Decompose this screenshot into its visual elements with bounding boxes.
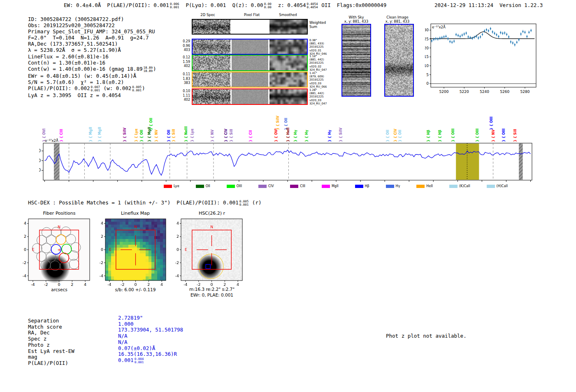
uncertainty-lo: 0.001 [91,89,100,92]
uncertainty-stack: 18.8918.89 [143,66,153,73]
legend-label: OIII [237,184,242,188]
match-row-label: Spec z [28,336,74,342]
hsc-ytick: 4 [177,221,179,225]
legend-swatch [227,185,235,188]
smoothed-image [269,20,307,34]
uncertainty-stack: 0.40540.4054 [307,2,318,9]
spectrum-units-annotation: e⁻¹⁷x2Å [45,138,58,143]
match-value-text: 0.07(±0.02)Å [118,345,155,351]
match-row-value: 0.0010.0040.001 [118,357,183,364]
spectrum-ytick: 30 [39,148,41,153]
fiber-weight-labels: 0.121.59402 [178,56,190,69]
inset-svg: 05101520253052005220524052605280e⁻¹⁷x2Å [425,20,548,98]
uncertainty-lo: 0.001 [239,203,249,206]
text-segment: Primary Spec_Slot_IFU_AMP: 324_075_055_R… [28,28,155,35]
line-label-civ: } { CIV [394,128,397,142]
spectrum-ytick: 10 [39,168,41,172]
fiber-id-line: 20191225 [309,61,334,65]
uncertainty-stack: 0.000.00 [264,2,272,9]
fiber-weight-labels: 0.101.11402 [178,89,190,102]
fiber-weight-value: 1.59 [178,60,190,65]
clean-image-title: Clean Image [377,15,418,19]
spectrum-data-point [502,32,503,34]
lineflux-xtick: -2 [121,282,124,287]
match-row-value: N/A [118,333,183,339]
info-line: Cont(n) = 1.30(±0.01)e-16 [28,60,156,66]
info-line: ID: 3005284722 (3005284722.pdf) [28,16,156,22]
fiber-weight-value: 0.96 [178,44,190,49]
line-label-mgii: } { MgII [98,127,102,142]
fiber-id-labels: 1.16"(881, 442)20191225v020_02324_RU_047 [309,55,334,72]
fiber-weight-labels: 0.111.83383 [178,72,190,86]
lineflux-ytick: 0 [101,247,103,252]
hsc-xtick: 0 [210,282,213,287]
spectrum-data-point [460,36,461,37]
text-segment: OII Flags:0x00000049 [318,2,387,8]
legend-label: CIII [300,184,305,188]
uncertainty-stack: 0.0070.001 [91,86,100,92]
spectrum-data-point [484,30,485,32]
line-label-hγ: } { Hγ [305,130,309,142]
legend-label: Hβ [365,184,369,188]
legend-item: CIII [290,184,305,188]
fiber-id-line: 324_RU_047 [309,68,334,72]
weighted-sum-label: WeightedSum [309,21,326,29]
line-fit-inset-plot: 05101520253052005220524052605280e⁻¹⁷x2Å [425,20,548,98]
line-label-lyα: } { Lyα [190,128,194,142]
match-row-label: Separation [28,318,74,324]
text-segment: z: 0.4054 [272,2,306,8]
fiber-xtick: -4 [31,282,35,287]
legend-item: (K)CaII [449,184,470,188]
hsc-galaxy-blob [197,254,222,280]
spectrum-data-point [522,31,523,32]
spectrum-data-point [437,38,439,39]
masked-band [54,144,60,180]
fiber-north-label: N [58,225,60,229]
match-row-label: Est LyA rest-EW [28,348,74,355]
fiber-id-line: 324_RU_047 [309,102,334,105]
spectrum-data-point [482,34,483,35]
uncertainty-stack: 0.0050.001 [132,86,142,92]
match-row-value: 0.07(±0.02)Å [118,346,183,352]
text-segment: EWr = 0.48(±0.15) (w: 0.45(±0.14))Å [28,73,136,79]
line-label-neiii: } { NeIII [184,126,188,142]
text-segment: ID: 3005284722 (3005284722.pdf) [28,16,124,22]
match-row-label: RA, Dec [28,330,74,336]
spec2d-column-title: Smoothed [269,13,307,17]
line-label-hγ: } { Hγ [328,130,332,142]
fiber-id-line: 20191225 [309,45,334,49]
pixel-flat-image [232,56,268,70]
hsc-dex-summary: HSC-DEX : Possible Matches = 1 (within +… [28,199,261,206]
fiber-id-line: (879, 609) [309,75,334,78]
uncertainty-lo: 0.4054 [307,6,318,9]
match-row-value: 2.72819" [118,315,183,321]
smoothed-image [269,89,307,104]
legend-label: HeII [426,184,433,188]
match-table-values: 2.72819"1.000173.373904, 51.501798N/AN/A… [118,315,183,364]
spec2d-fiber-row [192,88,308,105]
spectrum-data-point [431,40,432,42]
line-label-lyα: } { Lyα [135,128,138,142]
spectrum-data-point [471,37,473,39]
legend-label: (K)CaII [459,184,470,188]
fiber-id-line: 0.38" [309,39,334,42]
hsc-xtick: -2 [197,282,200,287]
inset-ytick: 5 [426,73,429,77]
spectrum-data-point [447,38,448,39]
full-spectrum-plot: 3500360037003800390040004100420043004400… [39,112,553,183]
pixel-flat-image [232,39,268,54]
line-label-ovi: } { OVI [42,128,46,142]
lineflux-xtick: 2 [147,282,150,287]
spectrum-data-point [480,36,481,37]
spectrum-data-point [510,41,511,42]
clean-image-xy: x, y: 881, 433 [377,19,418,23]
clean-image-canvas [385,25,413,96]
smoothed-image [269,56,307,70]
line-label-siiv: } { SiIV [339,128,343,142]
match-row-value: 173.373904, 51.501798 [118,327,183,333]
uncertainty-lo: 0.00 [264,6,272,9]
weighted-sum-line: Sum [309,25,326,29]
spectrum-data-point [514,44,516,45]
legend-item: OII [196,184,210,188]
spectrum-data-point [494,32,495,34]
